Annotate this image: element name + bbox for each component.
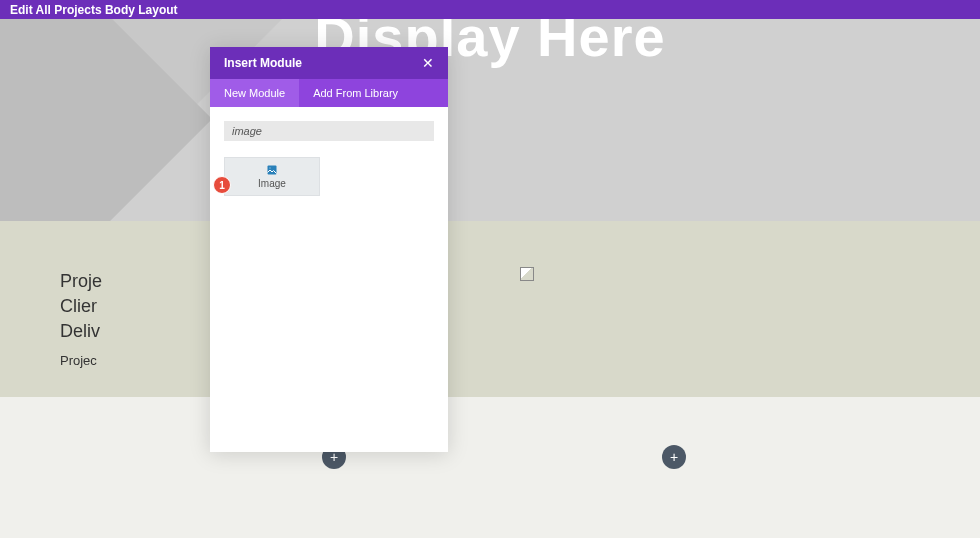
section-add-button[interactable]: + xyxy=(662,445,686,469)
module-grid: 1 Image xyxy=(224,157,434,196)
info-line: Deliv xyxy=(60,319,920,344)
info-line: Clier xyxy=(60,294,920,319)
editor-top-bar: Edit All Projects Body Layout xyxy=(0,0,980,19)
hero-section: Display Here xyxy=(0,19,980,221)
module-label: Image xyxy=(258,178,286,189)
project-sub: Projec xyxy=(60,353,920,368)
broken-image-icon xyxy=(520,267,534,281)
close-icon[interactable]: ✕ xyxy=(422,56,434,70)
project-info: Proje Clier Deliv xyxy=(60,269,920,345)
modal-tabs: New Module Add From Library xyxy=(210,79,448,107)
tab-add-from-library[interactable]: Add From Library xyxy=(299,79,412,107)
lower-section: + + xyxy=(0,397,980,538)
modal-header: Insert Module ✕ xyxy=(210,47,448,79)
step-badge: 1 xyxy=(213,176,231,194)
svg-rect-0 xyxy=(268,166,277,175)
module-search-input[interactable] xyxy=(224,121,434,141)
modal-title: Insert Module xyxy=(224,56,302,70)
content-section: Proje Clier Deliv Projec xyxy=(0,221,980,397)
module-item-image[interactable]: 1 Image xyxy=(224,157,320,196)
insert-module-modal: Insert Module ✕ New Module Add From Libr… xyxy=(210,47,448,452)
modal-body: 1 Image xyxy=(210,107,448,452)
tab-new-module[interactable]: New Module xyxy=(210,79,299,107)
image-icon xyxy=(266,164,278,176)
plus-icon: + xyxy=(670,449,678,465)
top-bar-title: Edit All Projects Body Layout xyxy=(10,3,178,17)
svg-point-1 xyxy=(269,167,271,169)
info-line: Proje xyxy=(60,269,920,294)
